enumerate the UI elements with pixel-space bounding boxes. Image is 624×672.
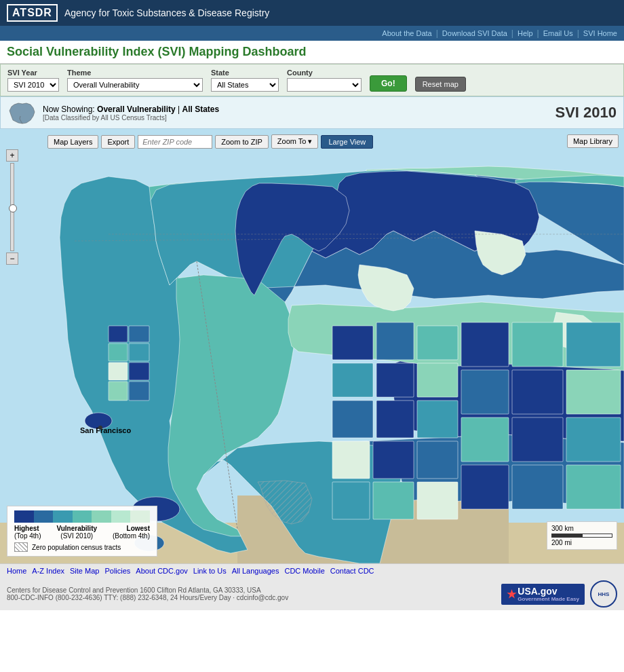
footer-link-linkto[interactable]: Link to Us [193,567,227,575]
scale-mi-label: 200 mi [551,539,612,546]
svg-rect-23 [512,370,563,414]
svg-rect-27 [566,417,621,462]
legend-lowest-label: Lowest [113,525,150,532]
svg-rect-40 [129,343,149,361]
site-header: ATSDR Agency for Toxic Substances & Dise… [0,0,624,26]
agency-name: Agency for Toxic Substances & Disease Re… [64,7,269,18]
map-info-bar: Now Showing: Overall Vulnerability | All… [0,96,624,129]
export-button[interactable]: Export [101,135,135,149]
svi-year-select[interactable]: SVI 2010 SVI 2014 SVI 2016 [7,78,59,92]
logo-text: ATSDR [12,7,52,18]
zoom-to-zip-button[interactable]: Zoom to ZIP [215,135,269,149]
theme-select[interactable]: Overall Vulnerability Socioeconomic Stat… [67,78,203,92]
zoom-thumb[interactable] [9,204,17,212]
nav-email[interactable]: Email Us [543,29,573,37]
svg-rect-32 [373,441,414,479]
svi-year-display: SVI 2010 [555,104,617,122]
title-bar: Social Vulnerability Index (SVI) Mapping… [0,41,624,64]
svg-rect-41 [109,362,128,380]
now-showing-states: All States [182,105,219,114]
zoom-to-button[interactable]: Zoom To ▾ [271,134,319,149]
svg-rect-17 [376,400,414,438]
svg-rect-43 [109,381,128,400]
svi-year-label: SVI Year [7,69,59,77]
svg-rect-29 [512,465,563,509]
footer-bottom: Centers for Disease Control and Preventi… [0,578,624,610]
svg-rect-12 [417,326,458,360]
hatch-pattern-box [14,542,28,552]
footer-link-languages[interactable]: All Languages [232,567,279,575]
scale-bar-light [582,534,612,538]
footer-links: Home A-Z Index Site Map Policies About C… [0,564,624,578]
map-legend: Highest (Top 4th) Vulnerability (SVI 201… [7,506,157,557]
zoom-slider: + − [5,149,19,272]
footer-link-contact[interactable]: Contact CDC [330,567,374,575]
nav-help[interactable]: Help [518,29,533,37]
footer-link-mobile[interactable]: CDC Mobile [284,567,324,575]
nav-about-data[interactable]: About the Data [382,29,431,37]
map-container[interactable]: + − Map Layers Export Zoom to ZIP Zoom T… [0,129,624,563]
zoom-track[interactable] [10,163,14,251]
legend-vuln-sub: (SVI 2010) [56,532,97,540]
footer-link-home[interactable]: Home [7,567,26,575]
footer-link-sitemap[interactable]: Site Map [70,567,99,575]
legend-color-3 [53,510,73,523]
legend-color-1 [14,510,34,523]
svi-year-group: SVI Year SVI 2010 SVI 2014 SVI 2016 [7,69,59,92]
svg-rect-20 [512,322,563,367]
legend-vuln-label: Vulnerability [56,525,97,532]
legend-color-7 [130,510,150,523]
svg-rect-19 [461,322,509,367]
page-title: Social Vulnerability Index (SVI) Mapping… [7,45,306,59]
controls-bar: SVI Year SVI 2010 SVI 2014 SVI 2016 Them… [0,64,624,96]
now-showing-text: Now Showing: Overall Vulnerability | All… [43,105,219,114]
map-toolbar: Map Layers Export Zoom to ZIP Zoom To ▾ … [47,134,619,149]
footer-link-az[interactable]: A-Z Index [32,567,64,575]
svg-rect-13 [332,363,373,397]
svg-rect-42 [129,362,149,380]
map-library-button[interactable]: Map Library [567,134,619,148]
county-select[interactable] [287,78,362,92]
hhs-logo: HHS [590,580,617,608]
svg-rect-10 [332,326,373,360]
svg-rect-35 [373,482,414,519]
usa-gov-logo: ★ USA.gov Government Made Easy [501,584,585,605]
legend-color-6 [111,510,131,523]
map-info-subtext: [Data Classified by All US Census Tracts… [43,114,219,122]
svg-rect-22 [461,370,509,414]
svg-rect-14 [376,363,414,397]
theme-label: Theme [67,69,203,77]
us-map-icon [7,101,37,124]
go-button[interactable]: Go! [370,75,407,92]
legend-color-2 [34,510,54,523]
footer-link-policies[interactable]: Policies [104,567,130,575]
svg-rect-39 [109,343,128,361]
now-showing-label: Now Showing: [43,105,95,114]
nav-svi-home[interactable]: SVI Home [583,29,617,37]
zip-input[interactable] [138,135,212,149]
zoom-out-button[interactable]: − [6,253,18,265]
map-layers-button[interactable]: Map Layers [47,135,98,149]
state-group: State All States Alabama Alaska Californ… [211,69,279,92]
scale-bar: 300 km 200 mi [547,521,617,550]
reset-map-button[interactable]: Reset map [415,77,466,92]
footer-link-cdc[interactable]: About CDC.gov [136,567,187,575]
svg-rect-36 [417,482,458,519]
legend-highest-label: Highest [14,525,41,532]
nav-download[interactable]: Download SVI Data [442,29,507,37]
svg-rect-38 [129,326,149,342]
cdc-phone: 800-CDC-INFO (800-232-4636) TTY: (888) 2… [7,594,288,601]
large-view-button[interactable]: Large View [321,135,373,149]
state-label: State [211,69,279,77]
footer: Home A-Z Index Site Map Policies About C… [0,563,624,610]
footer-logos: ★ USA.gov Government Made Easy HHS [501,580,617,608]
svg-rect-26 [512,417,563,462]
svg-rect-44 [129,381,149,400]
state-select[interactable]: All States Alabama Alaska California [211,78,279,92]
legend-lowest-sub: (Bottom 4th) [113,532,150,540]
theme-group: Theme Overall Vulnerability Socioeconomi… [67,69,203,92]
top-nav: About the Data | Download SVI Data | Hel… [0,26,624,41]
now-showing-theme: Overall Vulnerability [97,105,176,114]
zoom-in-button[interactable]: + [6,149,18,162]
svg-rect-21 [566,322,621,367]
